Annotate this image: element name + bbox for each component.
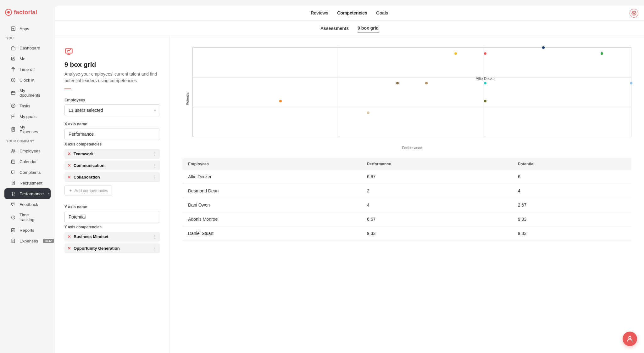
- drag-handle-icon[interactable]: ⋮: [153, 246, 157, 251]
- help-fab[interactable]: [623, 332, 637, 346]
- sidebar-item-reports[interactable]: Reports: [4, 225, 51, 236]
- report-icon: [11, 228, 16, 233]
- sub-tab-assessments[interactable]: Assessments: [320, 25, 349, 32]
- sidebar-item-recruitment[interactable]: Recruitment: [4, 178, 51, 188]
- chat-icon: [11, 170, 16, 175]
- sidebar-item-calendar[interactable]: Calendar: [4, 156, 51, 167]
- sidebar-item-me[interactable]: Me: [4, 53, 51, 64]
- sidebar-item-my-goals[interactable]: My goals: [4, 111, 51, 122]
- sidebar-item-time-off[interactable]: Time off: [4, 64, 51, 75]
- y-competency-chip: ✕Business Mindset⋮: [64, 232, 160, 242]
- medal-icon: [11, 191, 16, 196]
- table-row[interactable]: Allie Decker6.676: [182, 170, 631, 184]
- y-competency-chip: ✕Opportunity Generation⋮: [64, 243, 160, 253]
- plus-icon: ＋: [69, 188, 73, 193]
- home-icon: [11, 45, 16, 50]
- apps-icon: [11, 26, 16, 31]
- sidebar-item-my-documents[interactable]: My documents: [4, 85, 51, 100]
- sidebar-item-feedback[interactable]: Feedback: [4, 199, 51, 210]
- chart-data-point[interactable]: [454, 52, 457, 55]
- svg-point-11: [13, 182, 14, 183]
- x-axis-name-label: X axis name: [64, 122, 160, 126]
- chart-data-point[interactable]: [396, 82, 399, 84]
- drag-handle-icon[interactable]: ⋮: [153, 163, 157, 168]
- brand-logo[interactable]: factorial: [0, 9, 55, 23]
- table-row[interactable]: Dani Owen42.67: [182, 198, 631, 212]
- sidebar-item-expenses[interactable]: ExpensesBETA: [4, 236, 51, 246]
- table-row[interactable]: Desmond Dean24: [182, 184, 631, 198]
- y-axis-label: Potential: [182, 47, 192, 150]
- speech-icon: [11, 202, 16, 207]
- y-axis-name-input[interactable]: [64, 211, 160, 223]
- people-icon: [11, 148, 16, 153]
- remove-competency-icon[interactable]: ✕: [68, 175, 71, 179]
- employees-select[interactable]: 11 users selected: [64, 104, 160, 116]
- badge-icon: [11, 180, 16, 185]
- table-header: Performance: [361, 158, 512, 170]
- page-description: Analyse your employees' current talent a…: [64, 71, 160, 84]
- clock-icon: [11, 77, 16, 83]
- table-header: Potential: [512, 158, 631, 170]
- sidebar-item-time-tracking[interactable]: Time tracking: [4, 210, 51, 225]
- check-icon: [11, 103, 16, 108]
- results-table: EmployeesPerformancePotential Allie Deck…: [182, 158, 631, 241]
- receipt-icon: [11, 127, 16, 132]
- brand-name: factorial: [14, 9, 37, 16]
- drag-handle-icon[interactable]: ⋮: [153, 234, 157, 239]
- top-tab-goals[interactable]: Goals: [376, 9, 388, 17]
- drag-handle-icon[interactable]: ⋮: [153, 175, 157, 179]
- svg-point-8: [14, 150, 15, 151]
- chart-data-point[interactable]: [542, 46, 545, 49]
- svg-point-5: [11, 104, 15, 108]
- chart-data-point[interactable]: [484, 52, 486, 55]
- table-row[interactable]: Daniel Stuart9.339.33: [182, 226, 631, 241]
- presentation-icon: [64, 47, 73, 56]
- svg-point-2: [13, 58, 14, 59]
- table-row[interactable]: Adonis Monroe6.679.33: [182, 212, 631, 226]
- top-tab-competencies[interactable]: Competencies: [337, 9, 367, 17]
- sidebar-item-my-expenses[interactable]: My Expenses: [4, 122, 51, 137]
- table-header: Employees: [182, 158, 361, 170]
- chart-data-point[interactable]: [484, 82, 486, 84]
- add-x-competency-button[interactable]: ＋Add competencies: [64, 185, 112, 196]
- chart-data-point[interactable]: [630, 82, 632, 84]
- scatter-chart[interactable]: Allie Decker: [192, 47, 631, 137]
- settings-button[interactable]: [630, 9, 638, 18]
- sidebar-apps[interactable]: Apps: [4, 23, 51, 34]
- gear-icon: [631, 11, 636, 16]
- remove-competency-icon[interactable]: ✕: [68, 234, 71, 239]
- x-competency-chip: ✕Collaboration⋮: [64, 172, 160, 182]
- y-comp-label: Y axis competencies: [64, 225, 160, 229]
- chart-data-point[interactable]: [367, 111, 369, 114]
- folder-icon: [11, 90, 16, 95]
- flag-icon: [11, 114, 16, 119]
- sidebar-item-dashboard[interactable]: Dashboard: [4, 43, 51, 53]
- chart-point-label: Allie Decker: [476, 77, 496, 81]
- remove-competency-icon[interactable]: ✕: [68, 151, 71, 156]
- timer-icon: [11, 215, 16, 220]
- sub-tab-9-box-grid[interactable]: 9 box grid: [358, 24, 379, 32]
- top-bar: ReviewsCompetenciesGoals: [55, 6, 644, 21]
- sidebar-item-tasks[interactable]: Tasks: [4, 100, 51, 111]
- chart-data-point[interactable]: [601, 52, 603, 55]
- remove-competency-icon[interactable]: ✕: [68, 163, 71, 168]
- sidebar-item-clock-in[interactable]: Clock in: [4, 75, 51, 85]
- employees-label: Employees: [64, 98, 160, 102]
- sidebar-item-performance[interactable]: Performance›: [4, 188, 51, 199]
- chart-data-point[interactable]: [425, 82, 428, 84]
- x-comp-label: X axis competencies: [64, 142, 160, 146]
- svg-point-18: [629, 337, 631, 339]
- sidebar-item-employees[interactable]: Employees: [4, 145, 51, 156]
- chart-data-point[interactable]: [279, 100, 282, 102]
- x-axis-name-input[interactable]: [64, 128, 160, 140]
- remove-competency-icon[interactable]: ✕: [68, 246, 71, 251]
- top-tab-reviews[interactable]: Reviews: [311, 9, 328, 17]
- y-axis-name-label: Y axis name: [64, 205, 160, 209]
- sidebar-item-complaints[interactable]: Complaints: [4, 167, 51, 178]
- chart-data-point[interactable]: [484, 100, 486, 102]
- x-axis-label: Performance: [192, 146, 631, 150]
- page-title: 9 box grid: [64, 61, 160, 68]
- section-you-header: YOU: [0, 34, 55, 43]
- drag-handle-icon[interactable]: ⋮: [153, 151, 157, 156]
- brand-icon: [5, 9, 12, 16]
